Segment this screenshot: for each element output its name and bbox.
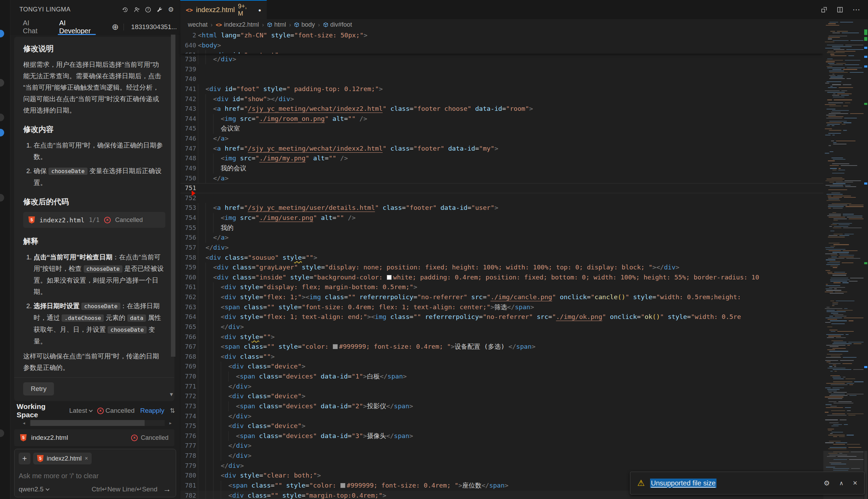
code-line-752[interactable]: 752	[180, 193, 868, 203]
code-line-758[interactable]: 758<div class="sousuo" style="">	[180, 253, 868, 263]
breadcrumb-item-indexz2-html[interactable]: <>indexz2.html	[216, 21, 259, 28]
breadcrumb-item-wechat[interactable]: wechat	[188, 21, 208, 28]
code-line-651[interactable]: 651<div id="content">	[180, 50, 823, 54]
add-context-button[interactable]: +	[19, 453, 30, 464]
code-line-753[interactable]: 753<a href="/sjy_yc_meeting/user/details…	[180, 203, 868, 213]
code-line-766[interactable]: 766<div style="">	[180, 332, 868, 342]
wrench-icon[interactable]	[155, 6, 164, 14]
compare-changes-icon[interactable]	[821, 6, 828, 13]
code-line-771[interactable]: 771</div>	[180, 382, 868, 392]
code-line-743[interactable]: 743<a href="/sjy_yc_meeting/wechat/index…	[180, 104, 868, 114]
settings-gear-icon[interactable]: ⚙	[167, 6, 175, 14]
new-session-icon[interactable]: ⊕	[112, 22, 119, 32]
line-number: 770	[180, 372, 196, 382]
tab-ai-developer[interactable]: AI Developer	[59, 19, 94, 35]
editor-tab-indexz2[interactable]: <> indexz2.html 9+, M ●	[180, 0, 267, 19]
generated-code-file-chip[interactable]: 5 indexz2.html 1/1 × Cancelled	[23, 212, 165, 228]
latest-filter-dropdown[interactable]: Latest	[69, 407, 92, 415]
chat-scrollbar-thumb[interactable]	[171, 35, 175, 357]
code-line-777[interactable]: 777</div>	[180, 441, 868, 451]
chat-input-box[interactable]: + 5 indexz2.html × Ask me more or '/' to…	[14, 449, 176, 497]
split-editor-icon[interactable]	[837, 6, 843, 13]
unsaved-dot-icon[interactable]: ●	[258, 7, 261, 13]
notification-settings-gear-icon[interactable]: ⚙	[824, 479, 830, 487]
code-line-738[interactable]: 738</div>	[180, 54, 868, 64]
retry-button[interactable]: Retry	[23, 382, 54, 395]
code-line-740[interactable]: 740	[180, 74, 868, 84]
code-line-770[interactable]: 770<span class="devices" data-id="1">白板<…	[180, 372, 868, 382]
code-line-776[interactable]: 776<span class="devices" data-id="3">摄像头…	[180, 431, 868, 441]
code-line-2[interactable]: 2<html lang="zh-CN" style="font-size: 50…	[180, 30, 823, 41]
tab-ai-chat[interactable]: AI Chat	[23, 19, 43, 35]
activity-icon[interactable]	[0, 79, 4, 87]
code-line-778[interactable]: 778</div>	[180, 451, 868, 461]
code-line-741[interactable]: 741<div id="foot" style=" padding-top: 0…	[180, 84, 868, 94]
code-line-774[interactable]: 774</div>	[180, 411, 868, 421]
code-line-762[interactable]: 762<div style="flex: 1;"><img class="" r…	[180, 292, 868, 302]
scroll-left-icon[interactable]: ◂	[23, 420, 25, 426]
send-button[interactable]: →	[163, 484, 171, 494]
code-line-757[interactable]: 757</div>	[180, 243, 868, 253]
chat-input-placeholder[interactable]: Ask me more or '/' to clear	[19, 472, 172, 480]
code-line-640[interactable]: 640<body>	[180, 41, 823, 51]
breadcrumb-item-div-foot[interactable]: div#foot	[323, 21, 352, 28]
breadcrumb[interactable]: wechat›<>indexz2.html›html›body›div#foot	[180, 19, 868, 30]
close-icon[interactable]: ×	[853, 479, 857, 488]
activity-icon[interactable]	[0, 429, 4, 437]
scroll-right-icon[interactable]: ▸	[169, 420, 172, 426]
code-line-759[interactable]: 759<div class="grayLayer" style="display…	[180, 262, 868, 273]
code-line-779[interactable]: 779</div>	[180, 461, 868, 471]
code-line-772[interactable]: 772<div class="device">	[180, 391, 868, 401]
activity-icon[interactable]	[0, 129, 4, 136]
activity-icon[interactable]	[0, 30, 4, 37]
code-line-750[interactable]: 750</a>	[180, 173, 868, 184]
more-actions-icon[interactable]: ⋯	[852, 5, 860, 14]
code-line-763[interactable]: 763<span class="" style="font-size: 0.4r…	[180, 302, 868, 312]
breadcrumb-item-html[interactable]: html	[267, 21, 286, 28]
breadcrumb-item-body[interactable]: body	[294, 21, 315, 28]
code-line-768[interactable]: 768<div class="">	[180, 352, 868, 362]
code-line-775[interactable]: 775<div class="device">	[180, 421, 868, 431]
code-line-754[interactable]: 754<img src="./img/user.png" alt="" />	[180, 213, 868, 223]
code-line-760[interactable]: 760<div class="inside" style="background…	[180, 273, 868, 283]
activity-icon[interactable]	[0, 194, 4, 202]
switch-account-icon[interactable]	[133, 6, 141, 14]
sort-icon[interactable]: ⇅	[170, 407, 175, 415]
code-line-765[interactable]: 765</div>	[180, 322, 868, 332]
remove-attachment-icon[interactable]: ×	[85, 455, 88, 462]
overview-ruler[interactable]	[864, 20, 868, 499]
code-line-739[interactable]: 739	[180, 64, 868, 74]
code-line-755[interactable]: 755我的	[180, 223, 868, 233]
code-line-773[interactable]: 773<span class="devices" data-id="2">投影仪…	[180, 401, 868, 411]
code-line-742[interactable]: 742<div id="show"></div>	[180, 94, 868, 104]
code-line-745[interactable]: 745会议室	[180, 124, 868, 134]
sticky-scroll[interactable]: 2<html lang="zh-CN" style="font-size: 50…	[180, 30, 823, 54]
workspace-scrollbar[interactable]: ◂ ▸	[23, 420, 172, 426]
minimap[interactable]	[823, 20, 864, 499]
history-icon[interactable]	[121, 6, 129, 14]
code-line-769[interactable]: 769<div class="device">	[180, 362, 868, 372]
chat-scrollbar[interactable]	[171, 35, 175, 395]
code-line-744[interactable]: 744<img src="./img/room_on.png" alt="" /…	[180, 114, 868, 124]
code-line-761[interactable]: 761<div style="display: flex; margin-bot…	[180, 282, 868, 292]
reapply-button[interactable]: Reapply	[140, 407, 164, 415]
code-line-746[interactable]: 746</a>	[180, 134, 868, 144]
code-line-748[interactable]: 748<img src="./img/my.png" alt="" />	[180, 153, 868, 163]
code-line-756[interactable]: 756</a>	[180, 233, 868, 243]
code-line-751[interactable]: 751	[180, 183, 868, 193]
code-line-767[interactable]: 767<span class="" style="color: #999999;…	[180, 342, 868, 352]
activity-icon[interactable]	[0, 114, 4, 121]
code-line-749[interactable]: 749我的会议	[180, 163, 868, 173]
notification-toast[interactable]: ⚠ Unsupported file size ⚙ ∧ ×	[630, 472, 865, 494]
collapse-chevron-icon[interactable]: ∧	[839, 480, 843, 487]
code-line-764[interactable]: 764<div style="flex: 1; text-align: end;…	[180, 312, 868, 322]
workspace-scrollbar-thumb[interactable]	[30, 420, 145, 426]
scroll-to-bottom-icon[interactable]: ▼	[169, 391, 174, 397]
code-area[interactable]: 738</div>739740741<div id="foot" style="…	[180, 54, 868, 499]
attachment-chip[interactable]: 5 indexz2.html ×	[33, 453, 92, 464]
workspace-file-row[interactable]: 5 indexz2.html × Cancelled	[14, 429, 174, 446]
account-menu[interactable]: 18319304351...	[129, 23, 176, 31]
code-line-747[interactable]: 747<a href="/sjy_yc_meeting/wechat/index…	[180, 144, 868, 154]
help-icon[interactable]: ?	[144, 6, 152, 14]
model-selector[interactable]: qwen2.5	[19, 485, 48, 493]
